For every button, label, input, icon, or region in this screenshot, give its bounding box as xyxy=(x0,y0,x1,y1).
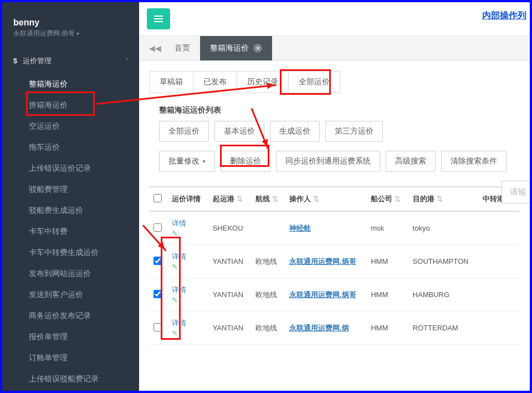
cell-origin: SHEKOU xyxy=(208,211,251,245)
action-buttons: 批量修改▾ 删除运价 同步运价到通用运费系统 高级搜索 清除搜索条件 xyxy=(159,151,520,172)
cell-carrier: msk xyxy=(366,211,408,245)
cell-origin: YANTIAN xyxy=(208,312,251,345)
operator-link[interactable]: 神经蛙 xyxy=(289,224,311,232)
row-checkbox[interactable] xyxy=(154,323,162,331)
cell-transit xyxy=(478,312,520,345)
batch-edit-button[interactable]: 批量修改▾ xyxy=(159,151,215,172)
top-bar: 内部操作列 xyxy=(139,2,530,35)
edit-icon[interactable]: ✎ xyxy=(172,296,178,304)
operator-link[interactable]: 永联通用运费网.炳 xyxy=(289,324,349,332)
sidebar-item[interactable]: 拖车运价 xyxy=(2,137,139,158)
cell-origin: YANTIAN xyxy=(208,278,251,312)
filter-button[interactable]: 全部运价 xyxy=(159,121,209,142)
internal-ops-link[interactable]: 内部操作列 xyxy=(482,10,526,22)
filter-button[interactable]: 第三方运价 xyxy=(325,121,383,142)
column-header[interactable]: 起运港⇅ xyxy=(208,187,251,211)
filter-buttons: 全部运价基本运价生成运价第三方运价 xyxy=(159,121,520,142)
detail-link[interactable]: 详情 xyxy=(172,285,203,295)
hamburger-button[interactable] xyxy=(147,8,170,29)
sidebar: benny 永联通用运费网.炳哥 $运价管理 ˇ 整箱海运价拼箱海运价空运运价拖… xyxy=(2,2,139,391)
user-name: benny xyxy=(13,18,128,28)
operator-link[interactable]: 永联通用运费网.炳哥 xyxy=(289,290,356,299)
rates-table: 运价详情起运港⇅航线⇅操作人⇅船公司⇅目的港⇅中转港⇅ 详情✎SHEKOU神经蛙… xyxy=(149,186,520,345)
cell-dest: HAMBURG xyxy=(408,278,478,312)
clear-search-button[interactable]: 清除搜索条件 xyxy=(441,151,507,172)
column-header[interactable]: 航线⇅ xyxy=(251,187,285,211)
detail-link[interactable]: 详情 xyxy=(172,218,203,228)
close-icon[interactable]: ✕ xyxy=(253,44,262,53)
sidebar-item[interactable]: 整箱海运价 xyxy=(2,74,139,95)
sidebar-item[interactable]: 拼箱海运价 xyxy=(2,95,139,116)
delete-rate-button[interactable]: 删除运价 xyxy=(221,151,270,172)
inner-tab[interactable]: 已发布 xyxy=(193,71,237,93)
tab-home[interactable]: 首页 xyxy=(165,36,200,60)
cell-dest: SOUTHAMPTON xyxy=(408,245,478,278)
sidebar-item[interactable]: 卡车中转费 xyxy=(2,221,139,242)
cell-origin: YANTIAN xyxy=(208,245,251,278)
sidebar-item[interactable]: 发布到网站运运价 xyxy=(2,263,139,284)
cell-route xyxy=(251,211,285,245)
dollar-icon: $ xyxy=(13,57,17,65)
operator-link[interactable]: 永联通用运费网.炳哥 xyxy=(289,257,356,266)
cell-transit xyxy=(478,211,520,245)
user-block[interactable]: benny 永联通用运费网.炳哥 xyxy=(2,18,139,48)
filter-button[interactable]: 生成运价 xyxy=(270,121,320,142)
adv-search-button[interactable]: 高级搜索 xyxy=(386,151,436,172)
table-row: 详情✎YANTIAN欧地线永联通用运费网.炳哥HMMSOUTHAMPTON xyxy=(149,245,520,278)
cell-carrier: HMM xyxy=(366,312,408,345)
column-header[interactable]: 运价详情 xyxy=(167,187,208,211)
sidebar-item[interactable]: 驳船费生成运价 xyxy=(2,200,139,221)
inner-tab[interactable]: 草稿箱 xyxy=(149,71,193,93)
sidebar-item[interactable]: 卡车中转费生成运价 xyxy=(2,242,139,263)
sort-icon[interactable]: ⇅ xyxy=(313,195,319,203)
nav-group-pricing[interactable]: $运价管理 ˇ xyxy=(2,48,139,74)
content: 草稿箱已发布历史记录全部运价 整箱海运运价列表 全部运价基本运价生成运价第三方运… xyxy=(139,61,530,345)
tab-label: 整箱海运价 xyxy=(210,43,249,53)
column-header[interactable]: 操作人⇅ xyxy=(285,187,366,211)
sidebar-item[interactable]: 发送到客户运价 xyxy=(2,284,139,305)
user-org: 永联通用运费网.炳哥 xyxy=(13,29,128,38)
tab-fcl-ocean-rate[interactable]: 整箱海运价 ✕ xyxy=(200,36,272,60)
edit-icon[interactable]: ✎ xyxy=(172,229,178,238)
sidebar-item[interactable]: 报价单管理 xyxy=(2,326,139,348)
tabs-back-button[interactable]: ◀◀ xyxy=(146,36,165,60)
column-header[interactable]: 船公司⇅ xyxy=(366,187,408,211)
edit-icon[interactable]: ✎ xyxy=(172,329,178,338)
filter-button[interactable]: 基本运价 xyxy=(214,121,264,142)
batch-edit-label: 批量修改 xyxy=(168,156,200,166)
column-header[interactable] xyxy=(149,187,167,211)
sort-icon[interactable]: ⇅ xyxy=(272,195,278,203)
caret-down-icon: ▾ xyxy=(203,159,206,164)
row-checkbox[interactable] xyxy=(154,257,162,265)
sort-icon[interactable]: ⇅ xyxy=(395,195,401,203)
cell-dest: ROTTERDAM xyxy=(408,312,478,345)
select-all-checkbox[interactable] xyxy=(154,194,162,202)
edit-icon[interactable]: ✎ xyxy=(172,263,178,271)
search-input[interactable]: 请输 xyxy=(502,181,530,203)
sidebar-item[interactable]: 空运运价 xyxy=(2,116,139,137)
sync-rate-button[interactable]: 同步运价到通用运费系统 xyxy=(276,151,380,172)
cell-carrier: HMM xyxy=(366,278,408,312)
sort-icon[interactable]: ⇅ xyxy=(437,195,443,203)
chevron-down-icon: ˇ xyxy=(126,58,128,64)
table-row: 详情✎YANTIAN欧地线永联通用运费网.炳哥HMMHAMBURG xyxy=(149,278,520,312)
table-row: 详情✎SHEKOU神经蛙msktokyo xyxy=(149,211,520,245)
sidebar-item[interactable]: 驳船费管理 xyxy=(2,179,139,200)
cell-route: 欧地线 xyxy=(251,245,285,278)
detail-link[interactable]: 详情 xyxy=(172,318,203,328)
inner-tab[interactable]: 历史记录 xyxy=(237,71,289,93)
row-checkbox[interactable] xyxy=(154,223,162,232)
detail-link[interactable]: 详情 xyxy=(172,252,203,262)
sort-icon[interactable]: ⇅ xyxy=(237,195,243,203)
column-header[interactable]: 目的港⇅ xyxy=(408,187,478,211)
panel-title: 整箱海运运价列表 xyxy=(159,105,520,115)
nav-group-label: 运价管理 xyxy=(23,57,52,65)
inner-tab[interactable]: 全部运价 xyxy=(288,71,340,93)
sidebar-item[interactable]: 订舱单管理 xyxy=(2,348,139,369)
row-checkbox[interactable] xyxy=(154,290,162,298)
sidebar-item[interactable]: 上传错误驳船费记录 xyxy=(2,369,139,390)
cell-route: 欧地线 xyxy=(251,278,285,312)
cell-route: 欧地线 xyxy=(251,312,285,345)
sidebar-item[interactable]: 上传错误运价记录 xyxy=(2,158,139,179)
sidebar-item[interactable]: 商务运价发布记录 xyxy=(2,305,139,326)
